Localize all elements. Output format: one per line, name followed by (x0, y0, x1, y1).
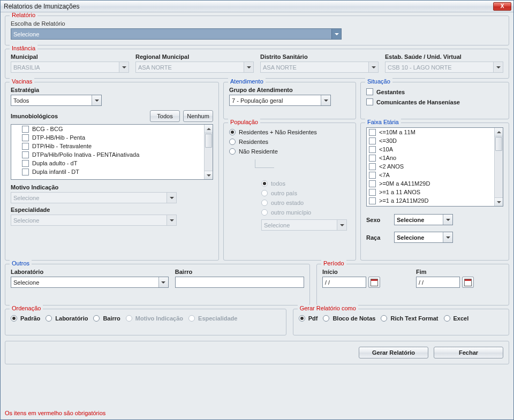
inicio-input[interactable] (322, 277, 366, 288)
scroll-thumb[interactable] (205, 134, 212, 148)
raca-select[interactable]: Selecione (394, 232, 453, 243)
list-item[interactable]: BCG - BCG (11, 125, 204, 133)
list-item[interactable]: <2 ANOS (367, 162, 494, 171)
radio-rtf[interactable]: Rich Text Format (381, 314, 438, 323)
btn-todos[interactable]: Todos (150, 110, 180, 122)
fim-input[interactable] (416, 277, 460, 288)
imuno-listbox[interactable]: BCG - BCG DTP-HB/Hib - Penta DTP/Hib - T… (11, 124, 213, 180)
chk-gestantes[interactable]: Gestantes (366, 87, 503, 97)
scroll-down-icon[interactable] (495, 197, 503, 206)
checkbox-icon[interactable] (22, 169, 29, 175)
radio-pdf[interactable]: Pdf (299, 314, 318, 323)
scroll-up-icon[interactable] (205, 125, 213, 133)
radio-residentes-nao[interactable]: Residentes + Não Residentes (229, 127, 350, 137)
escolha-select[interactable]: Selecione (11, 28, 342, 40)
radio-sub-estado: outro estado (261, 198, 350, 208)
fieldset-periodo: Período Início Fim (316, 264, 509, 306)
grupo-select[interactable]: 7 - População geral (229, 95, 331, 106)
list-item[interactable]: Dupla infantil - DT (11, 167, 204, 176)
list-item[interactable]: DTPa/Hib/Polio Inativa - PENTAinativada (11, 150, 204, 159)
btn-nenhum[interactable]: Nenhum (183, 110, 213, 122)
checkbox-icon[interactable] (369, 180, 376, 187)
calendar-button[interactable] (462, 277, 474, 288)
checkbox-icon[interactable] (369, 189, 376, 196)
scrollbar[interactable] (494, 128, 503, 206)
list-item[interactable]: <1Ano (367, 154, 494, 162)
close-button[interactable]: X (493, 2, 511, 11)
list-item[interactable]: DTP/Hib - Tetravalente (11, 142, 204, 150)
scroll-up-icon[interactable] (495, 128, 503, 136)
fechar-button[interactable]: Fechar (434, 347, 503, 358)
radio-icon[interactable] (229, 148, 236, 155)
laboratorio-value: Selecione (13, 279, 39, 286)
radio-laboratorio[interactable]: Laboratório (46, 314, 88, 323)
fieldset-outros: Outros Laboratório Selecione Bairro (5, 264, 310, 306)
municipal-select: BRASILIA (11, 62, 129, 73)
subgroup-connector-icon (255, 159, 274, 168)
checkbox-icon[interactable] (369, 197, 376, 204)
sexo-value: Selecione (397, 217, 424, 223)
imuno-items: BCG - BCG DTP-HB/Hib - Penta DTP/Hib - T… (11, 125, 213, 176)
estrategia-select[interactable]: Todos (11, 95, 102, 106)
list-item[interactable]: >=1 a 11 ANOS (367, 188, 494, 196)
chevron-down-icon (158, 277, 168, 287)
radio-icon[interactable] (93, 315, 100, 322)
window-title: Relatorios de Imunizações (4, 3, 493, 10)
radio-excel[interactable]: Excel (444, 314, 469, 323)
window: Relatorios de Imunizações X Relatório Es… (0, 0, 514, 420)
radio-icon[interactable] (229, 139, 236, 145)
chevron-down-icon (167, 215, 176, 225)
calendar-button[interactable] (368, 277, 380, 288)
chevron-down-icon (331, 29, 341, 39)
checkbox-icon[interactable] (22, 143, 29, 150)
radio-residentes[interactable]: Residentes (229, 137, 350, 147)
list-item[interactable]: Dupla adulto - dT (11, 159, 204, 167)
checkbox-icon[interactable] (369, 163, 376, 170)
list-item[interactable]: DTP-HB/Hib - Penta (11, 133, 204, 142)
sexo-select[interactable]: Selecione (394, 214, 453, 225)
radio-bairro[interactable]: Bairro (93, 314, 120, 323)
checkbox-icon[interactable] (369, 146, 376, 153)
checkbox-icon[interactable] (22, 160, 29, 167)
list-item[interactable]: <10A (367, 145, 494, 154)
laboratorio-select[interactable]: Selecione (11, 277, 169, 288)
radio-nao-residente[interactable]: Não Residente (229, 147, 350, 156)
list-item[interactable]: <=10M a 11M (367, 128, 494, 136)
radio-icon[interactable] (11, 315, 17, 322)
checkbox-icon[interactable] (366, 98, 373, 105)
checkbox-icon[interactable] (22, 151, 29, 158)
list-item[interactable]: <=30D (367, 136, 494, 145)
radio-icon[interactable] (444, 315, 450, 322)
checkbox-icon[interactable] (366, 88, 373, 95)
bairro-input[interactable] (175, 277, 304, 288)
checkbox-icon[interactable] (369, 138, 376, 144)
radio-icon[interactable] (381, 315, 387, 322)
faixa-listbox[interactable]: <=10M a 11M <=30D <10A <1Ano <2 ANOS <7A… (366, 127, 503, 207)
radio-icon[interactable] (229, 129, 236, 135)
raca-value: Selecione (397, 234, 424, 241)
radio-icon[interactable] (46, 315, 52, 322)
gerar-button[interactable]: Gerar Relatório (359, 347, 428, 358)
checkbox-icon[interactable] (22, 126, 29, 133)
list-item[interactable]: >=0M a 4A11M29D (367, 179, 494, 188)
chk-comunicantes[interactable]: Comunicantes de Hanseníase (366, 97, 503, 107)
radio-bloco[interactable]: Bloco de Notas (323, 314, 375, 323)
radio-icon[interactable] (323, 315, 329, 322)
chevron-down-icon (443, 215, 452, 225)
escolha-label: Escolha de Relatório (11, 20, 503, 27)
list-item[interactable]: >=1 a 12A11M29D (367, 196, 494, 205)
checkbox-icon[interactable] (369, 172, 376, 179)
scrollbar[interactable] (204, 125, 213, 179)
radio-icon[interactable] (299, 315, 305, 322)
checkbox-icon[interactable] (22, 134, 29, 141)
fieldset-vacinas: Vacinas Estratégia Todos Imunobiológicos… (5, 82, 219, 261)
checkbox-icon[interactable] (369, 129, 376, 136)
scroll-down-icon[interactable] (205, 171, 213, 179)
list-item[interactable]: <7A (367, 171, 494, 179)
radio-padrao[interactable]: Padrão (11, 314, 40, 323)
fieldset-faixa: Faixa Etária <=10M a 11M <=30D <10A <1An… (360, 123, 509, 261)
checkbox-icon[interactable] (369, 155, 376, 162)
scroll-thumb[interactable] (495, 137, 502, 151)
estrategia-label: Estratégia (11, 87, 213, 93)
legend-atendimento: Atendimento (228, 78, 266, 85)
